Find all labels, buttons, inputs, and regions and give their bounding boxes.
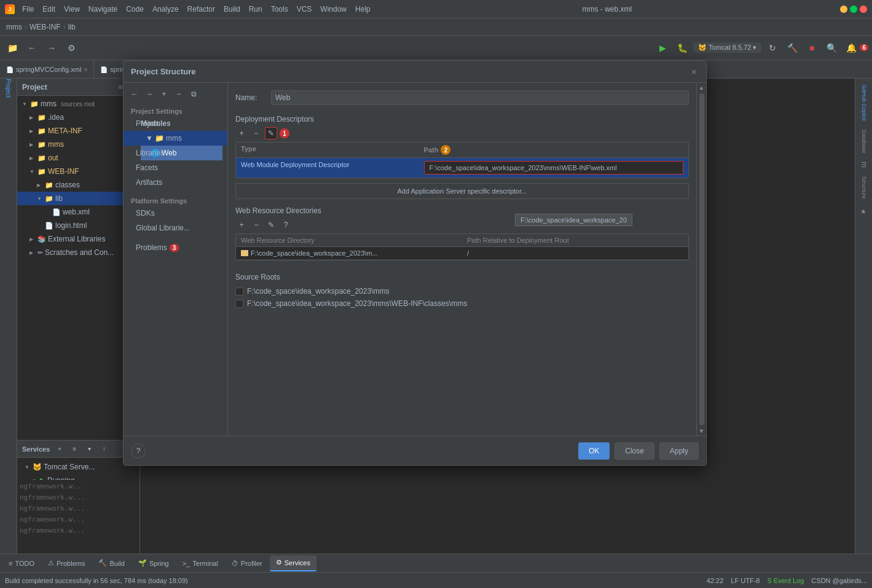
notification-button[interactable]: 🔔	[843, 39, 860, 57]
run-button[interactable]: ▶	[654, 39, 671, 57]
nav-item-artifacts[interactable]: Artifacts	[124, 175, 227, 190]
breadcrumb-part3[interactable]: lib	[68, 23, 76, 31]
settings-button[interactable]: ⚙	[63, 39, 80, 57]
project-dropdown-button[interactable]: 📁	[4, 39, 21, 57]
tab-profiler[interactable]: ⏱ Profiler	[226, 555, 269, 571]
deployment-edit-btn[interactable]: ✎	[265, 127, 277, 139]
right-label-favorites[interactable]: ★	[858, 204, 869, 219]
source-root-checkbox-1[interactable]	[235, 288, 243, 296]
dialog-close-button[interactable]: Close	[615, 442, 654, 460]
tree-item-loginhtml[interactable]: ▶ 📄 login.html	[17, 219, 139, 232]
build-button[interactable]: 🔨	[784, 39, 801, 57]
tree-item-scratches[interactable]: ▶ ✏ Scratches and Con...	[17, 246, 139, 259]
breadcrumb-part1[interactable]: mms	[6, 23, 22, 31]
nav-item-problems[interactable]: Problems 3	[124, 240, 227, 255]
nav-item-sdks[interactable]: SDKs	[124, 206, 227, 221]
nav-item-libraries[interactable]: Libraries	[124, 146, 227, 160]
services-list-btn[interactable]: ≡	[69, 444, 79, 454]
tree-item-webxml[interactable]: ▶ 📄 web.xml	[17, 205, 139, 219]
deployment-remove-btn[interactable]: −	[250, 127, 262, 139]
web-edit-btn[interactable]: ✎	[265, 219, 277, 231]
web-remove-btn[interactable]: −	[250, 219, 262, 231]
tree-item-lib[interactable]: ▼ 📁 lib	[17, 192, 139, 205]
web-dir-cell-1: F:\code_space\idea_workspace_2023\m...	[236, 247, 462, 259]
forward-button[interactable]: →	[43, 39, 60, 57]
menu-vcs[interactable]: VCS	[293, 4, 316, 15]
menu-file[interactable]: File	[18, 4, 37, 15]
right-label-database[interactable]: Database	[860, 126, 868, 157]
stop-button[interactable]: ■	[803, 39, 820, 57]
apply-button[interactable]: Apply	[659, 442, 699, 460]
nav-item-global-libraries[interactable]: Global Librarie...	[124, 221, 227, 235]
tab-todo[interactable]: ≡ TODO	[2, 555, 41, 571]
menu-refactor[interactable]: Refactor	[184, 4, 219, 15]
tab-services[interactable]: ⚙ Services	[270, 555, 316, 571]
tomcat-selector[interactable]: 🐱 Tomcat 8.5.72 ▾	[693, 42, 761, 53]
dialog-remove-btn[interactable]: −	[173, 88, 185, 100]
menu-build[interactable]: Build	[220, 4, 244, 15]
tab-spring[interactable]: 🌱 Spring	[132, 555, 175, 571]
menu-window[interactable]: Window	[316, 4, 350, 15]
breadcrumb-part2[interactable]: WEB-INF	[29, 23, 61, 31]
menu-edit[interactable]: Edit	[39, 4, 59, 15]
services-up-btn[interactable]: ↑	[99, 444, 109, 454]
tree-item-out[interactable]: ▶ 📁 out	[17, 151, 139, 165]
menu-navigate[interactable]: Navigate	[85, 4, 121, 15]
ok-button[interactable]: OK	[578, 442, 610, 460]
services-add-btn[interactable]: +	[55, 444, 65, 454]
menu-view[interactable]: View	[60, 4, 84, 15]
right-label-structure[interactable]: Structure	[860, 173, 868, 203]
web-resource-row-1[interactable]: F:\code_space\idea_workspace_2023\m... /	[236, 247, 688, 260]
tree-item-idea[interactable]: ▶ 📁 .idea	[17, 111, 139, 124]
menu-help[interactable]: Help	[352, 4, 374, 15]
name-input[interactable]	[271, 90, 689, 105]
tab-terminal[interactable]: >_ Terminal	[176, 555, 224, 571]
tab-build[interactable]: 🔨 Build	[92, 555, 130, 571]
right-label-m[interactable]: m	[858, 158, 870, 171]
menu-tools[interactable]: Tools	[267, 4, 292, 15]
back-button[interactable]: ←	[23, 39, 41, 57]
menu-code[interactable]: Code	[122, 4, 147, 15]
project-panel-add[interactable]: ⊕	[118, 84, 123, 90]
close-button[interactable]	[860, 6, 867, 13]
dialog-close-icon[interactable]: ×	[689, 67, 699, 77]
nav-item-modules[interactable]: Modules ▼ 📁 mms 🌐 Web	[124, 131, 227, 146]
dialog-add-btn[interactable]: +	[158, 88, 170, 100]
menu-analyze[interactable]: Analyze	[149, 4, 183, 15]
services-filter-btn[interactable]: ▾	[84, 444, 94, 454]
tree-item-mms-folder[interactable]: ▶ 📁 mms	[17, 138, 139, 151]
minimize-button[interactable]	[840, 6, 847, 13]
maximize-button[interactable]	[850, 6, 857, 13]
tree-item-mms-root[interactable]: ▼ 📁 mms sources root	[17, 97, 139, 111]
dialog-forward-btn[interactable]: →	[143, 88, 155, 100]
debug-button[interactable]: 🐛	[674, 39, 691, 57]
reload-button[interactable]: ↻	[764, 39, 781, 57]
services-tree-tomcat[interactable]: ▼ 🐱 Tomcat Serve...	[20, 460, 137, 474]
tree-item-classes[interactable]: ▶ 📁 classes	[17, 178, 139, 192]
tree-item-metainf[interactable]: ▶ 📁 META-INF	[17, 124, 139, 138]
module-tree-mms[interactable]: ▼ 📁 mms	[141, 131, 222, 146]
module-tree-modules[interactable]: Modules	[136, 116, 222, 131]
deployment-add-btn[interactable]: +	[235, 127, 248, 139]
right-label-copilot[interactable]: GitHub Copilot	[860, 81, 868, 125]
tree-item-extlibs[interactable]: ▶ 📚 External Libraries	[17, 232, 139, 246]
tab-problems[interactable]: ⚠ Problems	[42, 555, 91, 571]
tab-springmvcconfig[interactable]: 📄 springMVCConfig.xml ×	[0, 61, 94, 78]
scroll-up-arrow[interactable]: ▲	[697, 83, 706, 92]
dialog-copy-btn[interactable]: ⧉	[187, 88, 200, 100]
tab-close-springmvc[interactable]: ×	[84, 66, 87, 73]
source-root-checkbox-2[interactable]	[235, 300, 243, 308]
web-help-btn[interactable]: ?	[280, 219, 292, 231]
menu-run[interactable]: Run	[245, 4, 266, 15]
sidebar-project-icon[interactable]: Project	[1, 81, 16, 96]
scroll-down-arrow[interactable]: ▼	[697, 426, 706, 436]
deployment-row-1[interactable]: Web Module Deployment Descriptor F:\code…	[236, 158, 688, 178]
tree-item-webinf[interactable]: ▼ 📁 WEB-INF	[17, 165, 139, 178]
nav-item-facets[interactable]: Facets	[124, 160, 227, 175]
add-descriptor-button[interactable]: Add Application Server specific descript…	[235, 183, 689, 199]
dialog-help-btn[interactable]: ?	[131, 444, 146, 458]
services-tree-running[interactable]: ▼ ▶ Running	[20, 474, 137, 480]
dialog-back-btn[interactable]: ←	[128, 88, 141, 100]
web-add-btn[interactable]: +	[235, 219, 248, 231]
search-button[interactable]: 🔍	[823, 39, 840, 57]
